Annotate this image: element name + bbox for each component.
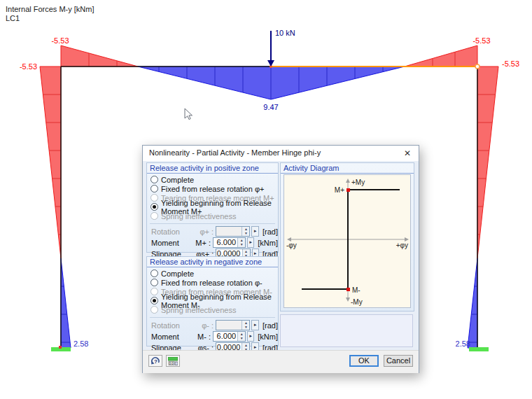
radio-icon[interactable] xyxy=(150,185,158,192)
spinner: ▲▼ xyxy=(241,321,249,330)
radio-icon xyxy=(150,288,158,295)
axis-label-neg-phi: -φy xyxy=(286,241,297,249)
m-plus-point xyxy=(346,188,350,192)
radio-row-fixed-pos[interactable]: Fixed from release rotation φ+ xyxy=(147,184,278,193)
field-label: Moment xyxy=(151,239,194,247)
activity-diagram-rule xyxy=(281,173,414,174)
group-separator xyxy=(150,317,275,318)
main-viewport: Internal Forces M-y [kNm]LC1 xyxy=(0,0,532,399)
column-right-negative-fill xyxy=(477,66,498,258)
spinner: ▲▼ xyxy=(241,227,249,236)
dialog-title: Nonlinearity - Partial Activity - Member… xyxy=(149,148,321,157)
unit-label: [rad] xyxy=(262,321,278,330)
moment-label-peak: 9.47 xyxy=(263,103,278,111)
radio-icon-selected[interactable] xyxy=(150,203,158,211)
detail-arrow-button: ► xyxy=(251,226,259,237)
moment-label-top-left: -5.53 xyxy=(51,36,69,45)
radio-row-complete-neg[interactable]: Complete xyxy=(147,269,278,278)
point-label-m-plus: M+ xyxy=(335,186,344,194)
group-positive-header: Release activity in positive zone xyxy=(147,163,278,173)
svg-text:0.0: 0.0 xyxy=(169,362,174,365)
spinner[interactable]: ▲▼ xyxy=(237,332,245,341)
column-left-negative-fill xyxy=(40,66,61,258)
help-button[interactable]: ? xyxy=(148,355,162,367)
moment-label-base-right: 2.58 xyxy=(456,340,470,348)
activity-diagram-header: Activity Diagram xyxy=(281,163,414,173)
radio-icon xyxy=(150,212,158,220)
support-right xyxy=(469,347,489,351)
radio-icon[interactable] xyxy=(150,279,158,286)
unit-label: [kNm] xyxy=(258,332,278,341)
units-icon: 0.0 xyxy=(168,357,178,365)
radio-row-fixed-neg[interactable]: Fixed from release rotation φ- xyxy=(147,278,278,287)
radio-label: Complete xyxy=(161,176,194,184)
axis-label-pos-phi: +φy xyxy=(396,241,408,249)
moment-label-base-left: 2.58 xyxy=(74,340,88,348)
detail-arrow-button[interactable]: ► xyxy=(247,237,254,248)
group-negative-rule xyxy=(147,267,278,267)
svg-text:?: ? xyxy=(154,358,158,365)
cancel-button[interactable]: Cancel xyxy=(384,355,413,367)
dialog-titlebar[interactable]: Nonlinearity - Partial Activity - Member… xyxy=(143,146,419,161)
info-panel xyxy=(280,314,413,347)
radio-icon-selected[interactable] xyxy=(150,297,158,304)
activity-diagram-plot: +My M+ -φy +φy M- -My xyxy=(284,174,411,308)
rotation-neg-input xyxy=(216,321,241,330)
ok-button[interactable]: OK xyxy=(349,355,379,367)
field-row-moment-pos: Moment M+ : 6.000▲▼ ► [kNm] xyxy=(147,237,278,248)
point-load-arrow xyxy=(267,31,274,66)
group-negative-zone: Release activity in negative zone Comple… xyxy=(146,256,279,346)
radio-row-yielding-pos[interactable]: Yielding beginning from Release Moment M… xyxy=(147,202,278,211)
hinge-node-marker[interactable] xyxy=(475,64,479,69)
radio-label: Fixed from release rotation φ- xyxy=(161,279,262,287)
field-row-rotation-pos: Rotation φ+ : ▲▼ ► [rad] xyxy=(147,226,278,237)
units-button[interactable]: 0.0 xyxy=(166,355,180,367)
axis-label-pos-my: +My xyxy=(351,178,365,186)
close-icon[interactable]: ✕ xyxy=(402,148,413,159)
radio-row-complete-pos[interactable]: Complete xyxy=(147,175,278,184)
dialog-bottom-bar: ? 0.0 OK Cancel xyxy=(143,350,419,373)
group-separator xyxy=(150,223,275,224)
field-symbol: φ- : xyxy=(196,321,214,330)
radio-label: Fixed from release rotation φ+ xyxy=(161,185,264,193)
field-row-rotation-neg: Rotation φ- : ▲▼ ► [rad] xyxy=(147,320,278,330)
node-base-left[interactable] xyxy=(59,346,62,349)
field-symbol: φ+ : xyxy=(196,227,214,236)
group-activity-diagram: Activity Diagram xyxy=(280,162,414,312)
group-positive-rule xyxy=(147,173,278,174)
beam-right-negative-fill xyxy=(405,46,477,66)
unit-label: [rad] xyxy=(262,227,278,236)
detail-arrow-button[interactable]: ► xyxy=(247,331,254,342)
moment-label-column-right: -5.53 xyxy=(502,59,519,68)
radio-row-yielding-neg[interactable]: Yielding beginning from Release Moment M… xyxy=(147,296,278,305)
field-row-moment-neg: Moment M- : 6.000▲▼ ► [kNm] xyxy=(147,331,278,342)
moment-neg-input[interactable]: 6.000 xyxy=(214,332,237,341)
radio-label: Complete xyxy=(161,270,194,278)
help-icon: ? xyxy=(151,356,160,365)
radio-icon[interactable] xyxy=(150,270,158,277)
load-value-label: 10 kN xyxy=(275,29,295,37)
moment-pos-input[interactable]: 6.000 xyxy=(214,238,237,247)
moment-label-column-left: -5.53 xyxy=(20,62,37,71)
field-symbol: M+ : xyxy=(194,239,211,247)
group-positive-zone: Release activity in positive zone Comple… xyxy=(146,162,279,253)
group-negative-header: Release activity in negative zone xyxy=(147,257,278,267)
radio-label: Spring ineffectiveness xyxy=(161,212,236,220)
field-symbol: M- : xyxy=(194,332,211,341)
radio-icon xyxy=(150,306,158,314)
detail-arrow-button: ► xyxy=(251,320,259,330)
axis-label-neg-my: -My xyxy=(351,298,363,306)
activity-diagram-svg: +My M+ -φy +φy M- -My xyxy=(284,175,410,307)
field-label: Rotation xyxy=(151,227,196,236)
radio-icon[interactable] xyxy=(150,176,158,183)
point-label-m-minus: M- xyxy=(352,286,360,294)
spinner[interactable]: ▲▼ xyxy=(237,238,245,247)
column-left-positive-fill xyxy=(61,258,71,348)
m-minus-point xyxy=(346,288,350,291)
rotation-pos-input xyxy=(216,227,241,236)
unit-label: [kNm] xyxy=(258,239,278,247)
beam-left-negative-fill xyxy=(61,46,138,66)
moment-label-top-right: -5.53 xyxy=(472,36,490,45)
member-hinge-dialog: Nonlinearity - Partial Activity - Member… xyxy=(142,145,419,373)
field-label: Moment xyxy=(151,332,194,341)
